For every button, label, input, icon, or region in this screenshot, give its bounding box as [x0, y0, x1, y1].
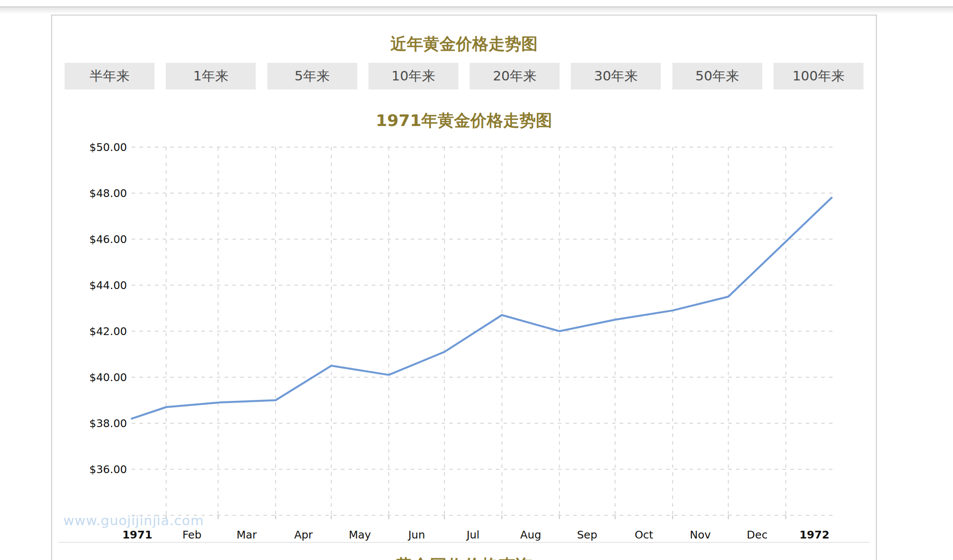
- x-tick-label: Feb: [183, 529, 201, 541]
- page-title: 近年黄金价格走势图: [52, 35, 876, 52]
- tab-30-years[interactable]: 30年来: [571, 63, 661, 89]
- x-tick-label: Sep: [577, 529, 597, 541]
- x-tick-label: Aug: [520, 529, 541, 541]
- tab-50-years[interactable]: 50年来: [672, 63, 762, 89]
- chart-title: 1971年黄金价格走势图: [52, 112, 876, 129]
- y-tick-label: $38.00: [90, 417, 127, 430]
- x-tick-label: Nov: [690, 529, 711, 541]
- x-tick-label: Jun: [407, 529, 425, 541]
- line-chart: $50.00$48.00$46.00$44.00$42.00$40.00$38.…: [52, 138, 876, 542]
- tab-half-year[interactable]: 半年来: [65, 63, 155, 89]
- top-divider-shadow: [0, 7, 953, 14]
- y-tick-label: $36.00: [90, 463, 127, 476]
- section-divider: [58, 542, 870, 543]
- y-tick-label: $44.00: [90, 279, 127, 292]
- y-tick-label: $48.00: [90, 187, 127, 200]
- x-tick-label: Oct: [634, 529, 653, 541]
- x-tick-label: 1972: [799, 529, 829, 541]
- gold-price-line-chart: $50.00$48.00$46.00$44.00$42.00$40.00$38.…: [52, 138, 876, 542]
- x-tick-label: Mar: [236, 529, 257, 541]
- tab-5-years[interactable]: 5年来: [267, 63, 357, 89]
- x-tick-label: Apr: [294, 529, 313, 541]
- price-line: [132, 198, 832, 419]
- tab-1-year[interactable]: 1年来: [166, 63, 256, 89]
- y-tick-label: $46.00: [90, 233, 127, 246]
- gold-price-panel: 近年黄金价格走势图 半年来 1年来 5年来 10年来 20年来 30年来 50年…: [51, 15, 877, 560]
- tab-20-years[interactable]: 20年来: [470, 63, 560, 89]
- bottom-section-title: 黄金回收价格查询: [52, 554, 876, 560]
- x-tick-label: May: [349, 529, 371, 541]
- x-tick-label: 1971: [122, 529, 152, 541]
- tab-10-years[interactable]: 10年来: [368, 63, 458, 89]
- y-tick-label: $42.00: [90, 325, 127, 338]
- x-tick-label: Jul: [466, 529, 480, 541]
- period-tabs: 半年来 1年来 5年来 10年来 20年来 30年来 50年来 100年来: [65, 63, 863, 89]
- y-tick-label: $40.00: [90, 371, 127, 384]
- y-tick-label: $50.00: [90, 141, 127, 154]
- x-tick-label: Dec: [747, 529, 767, 541]
- tab-100-years[interactable]: 100年来: [774, 63, 863, 89]
